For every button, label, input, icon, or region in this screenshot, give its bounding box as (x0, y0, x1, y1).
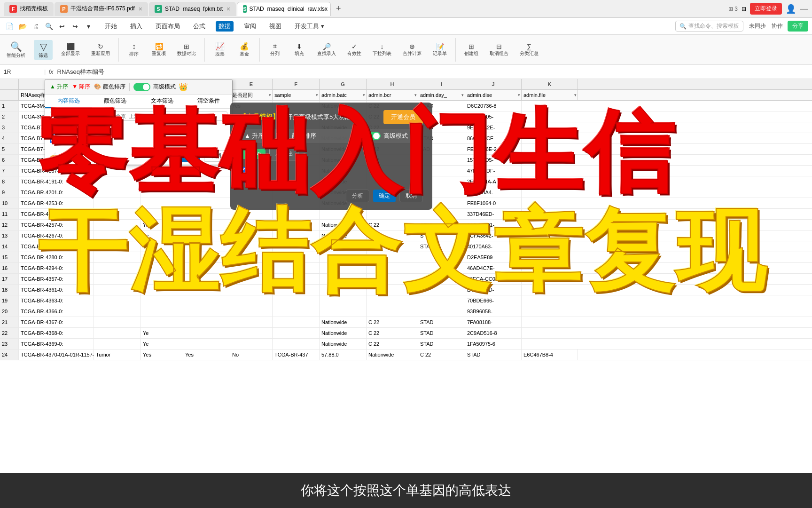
ribbon-record[interactable]: 📝 记录单 (430, 42, 450, 58)
table-cell[interactable] (230, 295, 273, 306)
table-cell[interactable] (141, 187, 183, 198)
table-cell[interactable] (183, 187, 230, 198)
tab-pdf[interactable]: P 干湿结合胃癌-IF6.575.pdf × (55, 2, 148, 16)
table-cell[interactable] (183, 176, 230, 187)
share-button[interactable]: 分享 (788, 21, 808, 32)
table-cell[interactable] (183, 220, 230, 230)
table-cell[interactable]: 15773CD5- (465, 155, 522, 165)
undo-icon[interactable]: ↩ (56, 21, 68, 32)
table-cell[interactable]: Nationwide (320, 339, 367, 349)
redo-icon[interactable]: ↪ (70, 21, 81, 32)
table-cell[interactable]: TCGA-BR-4201-0: (19, 187, 94, 198)
cell-reference[interactable]: 1R (4, 69, 41, 75)
filter-tab-clear[interactable]: 清空条件 (186, 95, 233, 108)
table-cell[interactable]: STAD (418, 241, 465, 252)
table-cell[interactable] (367, 209, 418, 219)
table-cell[interactable]: 4CFA3642- (465, 230, 522, 241)
table-cell[interactable] (94, 252, 141, 262)
table-cell[interactable] (230, 274, 273, 284)
table-cell[interactable]: 40170A63- (465, 241, 522, 252)
menu-start[interactable]: 开始 (102, 21, 120, 32)
ribbon-compare[interactable]: ⊞ 数据对比 (174, 42, 199, 58)
table-cell[interactable] (230, 285, 273, 295)
table-cell[interactable] (320, 306, 367, 317)
table-cell[interactable]: Nationwide (320, 230, 367, 241)
table-cell[interactable]: C 22 (367, 230, 418, 241)
ribbon-fill[interactable]: ⬇ 填充 (290, 42, 309, 58)
filter-cell-i[interactable]: admin.day_ ▾ (418, 90, 465, 100)
table-cell[interactable] (94, 328, 141, 338)
new-icon[interactable]: 📄 (4, 21, 15, 32)
table-cell[interactable]: Ye (141, 339, 183, 349)
table-cell[interactable] (273, 306, 320, 317)
table-cell[interactable] (94, 166, 141, 176)
menu-layout[interactable]: 页面布局 (153, 21, 183, 32)
table-cell[interactable] (367, 263, 418, 273)
table-cell[interactable] (94, 274, 141, 284)
member-export-btn[interactable]: ↗ 导出 (269, 148, 298, 160)
table-cell[interactable] (230, 252, 273, 262)
table-cell[interactable] (141, 198, 183, 208)
member-selected-btn[interactable]: 已选(4) (240, 149, 265, 159)
table-cell[interactable]: 2C9AD516-8 (465, 328, 522, 338)
sort-asc-btn[interactable]: ▲ 升序 (50, 83, 68, 91)
table-cell[interactable] (183, 209, 230, 219)
ribbon-duplicate[interactable]: 🔁 重复项 (149, 42, 169, 58)
table-cell[interactable] (273, 230, 320, 241)
table-cell[interactable] (183, 230, 230, 241)
table-cell[interactable] (273, 252, 320, 262)
open-icon[interactable]: 📂 (17, 21, 28, 32)
table-cell[interactable] (230, 263, 273, 273)
table-cell[interactable]: Ye (141, 241, 183, 252)
table-cell[interactable] (273, 274, 320, 284)
table-cell[interactable]: STAD (418, 317, 465, 327)
ribbon-stock[interactable]: 📈 股票 (211, 41, 229, 58)
filter-check-12[interactable] (50, 137, 56, 143)
table-cell[interactable] (230, 209, 273, 219)
ribbon-dropdown-list[interactable]: ↓ 下拉列表 (370, 42, 394, 58)
ribbon-validity[interactable]: ✓ 有效性 (344, 42, 364, 58)
filter-dropdown-i[interactable]: ▾ (461, 93, 464, 97)
more-icon[interactable]: ▾ (83, 21, 94, 32)
table-cell[interactable] (230, 241, 273, 252)
table-cell[interactable] (94, 317, 141, 327)
menu-view[interactable]: 视图 (266, 21, 284, 32)
table-cell[interactable] (183, 198, 230, 208)
table-cell[interactable]: TCGA-BR-4191-0: (19, 176, 94, 187)
table-cell[interactable] (230, 306, 273, 317)
table-cell[interactable]: Yes (141, 349, 183, 360)
filter-confirm-btn[interactable]: 确定 (178, 150, 200, 162)
table-cell[interactable]: Nationwide (367, 349, 418, 360)
table-cell[interactable]: D2EA5E89- (465, 252, 522, 262)
table-cell[interactable]: TCGA-BR-4361-0: (19, 285, 94, 295)
table-cell[interactable]: E6C467B8-4 (522, 349, 578, 360)
toggle-switch[interactable] (133, 83, 150, 91)
filter-dropdown-h[interactable]: ▾ (414, 93, 417, 97)
col-header-k[interactable]: K (522, 79, 578, 89)
table-cell[interactable]: 8762FBA4- (465, 187, 522, 198)
table-cell[interactable] (183, 252, 230, 262)
table-cell[interactable]: FE8F1064-0 (465, 198, 522, 208)
table-cell[interactable]: 47DEA4DF- (465, 166, 522, 176)
table-cell[interactable] (183, 295, 230, 306)
analysis-btn[interactable]: 🥧 分析 (50, 151, 72, 160)
table-cell[interactable] (183, 166, 230, 176)
table-cell[interactable]: TCGA-BR-4294-0: (19, 263, 94, 273)
ribbon-cancel-group[interactable]: ⊟ 取消组合 (487, 42, 511, 58)
table-cell[interactable]: 46AD4C7E- (465, 263, 522, 273)
ribbon-merge-calc[interactable]: ⊕ 合并计算 (400, 42, 424, 58)
filter-item-12[interactable]: 12 (1) (50, 135, 227, 144)
search-box[interactable]: 🔍 查找命令、搜索模板 (675, 21, 743, 32)
table-cell[interactable] (183, 263, 230, 273)
filter-cell-g[interactable]: admin.batc ▾ (320, 90, 367, 100)
table-cell[interactable]: Nationwide (320, 241, 367, 252)
table-cell[interactable] (367, 306, 418, 317)
table-cell[interactable]: TCGA-BR-4257-0: (19, 220, 94, 230)
table-cell[interactable]: 14CDC501- (465, 220, 522, 230)
table-cell[interactable]: Ye (141, 328, 183, 338)
table-cell[interactable] (320, 209, 367, 219)
table-cell[interactable] (183, 274, 230, 284)
menu-formula[interactable]: 公式 (190, 21, 208, 32)
table-cell[interactable] (273, 209, 320, 219)
table-cell[interactable]: C 22 (367, 220, 418, 230)
